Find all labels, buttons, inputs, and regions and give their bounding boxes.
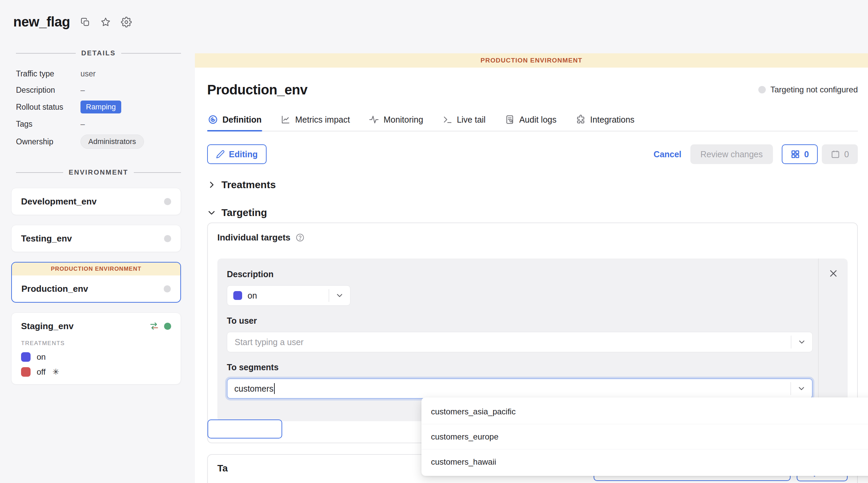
status-dot-icon (758, 86, 766, 93)
card-divider (818, 258, 819, 421)
flag-name: new_flag (13, 14, 70, 30)
changes-count: 0 (804, 149, 809, 159)
env-header: Production_env Targeting not configured (207, 83, 858, 97)
puzzle-icon (576, 114, 586, 125)
env-name: Development_env (21, 196, 164, 207)
detail-label: Description (16, 86, 80, 95)
environment-heading-label: ENVIRONMENT (69, 168, 128, 176)
add-individual-target-button[interactable] (207, 419, 282, 439)
segment-name: customers_hawaii (431, 457, 868, 467)
definition-target-icon (208, 114, 218, 125)
tab-live-tail[interactable]: Live tail (441, 114, 486, 131)
env-status-dot (164, 235, 171, 242)
env-card-development[interactable]: Development_env (11, 188, 181, 215)
chevron-down-icon (207, 208, 216, 217)
tab-bar: Definition Metrics impact Monitoring Liv… (207, 114, 858, 131)
tab-label: Metrics impact (295, 115, 350, 125)
detail-value: user (80, 69, 96, 78)
detail-value: – (80, 120, 85, 129)
status-text: Targeting not configured (770, 85, 858, 94)
chart-icon (281, 114, 291, 125)
calendar-icon (831, 149, 840, 159)
individual-targets-title: Individual targets (217, 232, 290, 243)
copy-icon[interactable] (80, 17, 90, 27)
to-segments-label: To segments (227, 362, 807, 372)
details-rows: Traffic type user Description – Rollout … (16, 68, 181, 149)
chevron-down-icon[interactable] (791, 384, 812, 393)
rollout-status-badge: Ramping (80, 101, 121, 113)
treatments-caption: TREATMENTS (21, 340, 171, 347)
details-heading-label: DETAILS (81, 49, 116, 57)
env-status-dot (164, 198, 171, 205)
production-banner: PRODUCTION ENVIRONMENT (195, 53, 868, 68)
to-user-field (227, 332, 813, 352)
schedule-count: 0 (844, 149, 849, 159)
text-caret (274, 383, 275, 394)
env-name: Staging_env (21, 321, 149, 332)
env-card-testing[interactable]: Testing_env (11, 225, 181, 252)
tab-definition[interactable]: Definition (207, 114, 262, 131)
detail-row-description: Description – (16, 84, 181, 96)
treatments-section-header[interactable]: Treatments (207, 179, 858, 191)
to-user-label: To user (227, 316, 807, 326)
help-icon[interactable] (295, 233, 305, 242)
segments-input[interactable]: customers (234, 383, 791, 394)
pencil-icon (216, 150, 225, 159)
edit-toolbar: Editing Cancel Review changes 0 0 (207, 144, 858, 164)
editing-button[interactable]: Editing (207, 144, 267, 164)
tab-integrations[interactable]: Integrations (575, 114, 635, 131)
segments-query-text: customers (234, 384, 273, 394)
tab-metrics-impact[interactable]: Metrics impact (280, 114, 350, 131)
treatment-off-swatch (21, 367, 31, 377)
detail-row-tags: Tags – (16, 118, 181, 130)
gear-icon[interactable] (121, 17, 132, 28)
targeting-section-title: Targeting (221, 207, 267, 218)
segment-option-hawaii[interactable]: customers_hawaii Standard (421, 449, 868, 474)
targeting-section-header[interactable]: Targeting (207, 207, 858, 218)
cancel-button[interactable]: Cancel (654, 149, 682, 159)
tab-label: Live tail (457, 115, 486, 125)
targeting-status: Targeting not configured (758, 85, 858, 94)
chevron-down-icon (329, 291, 350, 300)
tab-label: Definition (222, 115, 261, 125)
env-status-dot (164, 285, 171, 292)
treatment-select[interactable]: on (227, 285, 350, 306)
ownership-pill[interactable]: Administrators (80, 135, 144, 149)
detail-label: Ownership (16, 137, 80, 146)
chevron-down-icon[interactable] (791, 338, 812, 346)
treatment-on-swatch (233, 291, 242, 300)
description-label: Description (227, 269, 807, 279)
tab-label: Integrations (590, 115, 635, 125)
env-name: Testing_env (21, 233, 164, 244)
editing-label: Editing (229, 149, 258, 159)
flag-header: new_flag (0, 0, 189, 30)
treatment-on-row: on (21, 352, 171, 362)
detail-row-ownership: Ownership Administrators (16, 135, 181, 149)
detail-label: Tags (16, 120, 80, 129)
schedule-counter-button[interactable]: 0 (822, 144, 858, 164)
chevron-right-icon (207, 180, 216, 189)
details-heading: DETAILS (16, 49, 181, 57)
changes-counter-button[interactable]: 0 (782, 144, 818, 164)
close-icon[interactable] (827, 267, 839, 280)
segment-name: customers_asia_pacific (431, 407, 868, 416)
env-title: Production_env (207, 82, 758, 97)
review-changes-button[interactable]: Review changes (690, 144, 773, 164)
env-card-staging[interactable]: Staging_env TREATMENTS on off ✳ (11, 312, 181, 384)
treatments-section-title: Treatments (221, 179, 276, 191)
segment-option-europe[interactable]: customers_europe Large (421, 424, 868, 449)
detail-label: Traffic type (16, 69, 80, 78)
segment-option-asia-pacific[interactable]: customers_asia_pacific Large (421, 399, 868, 424)
grid-icon (791, 149, 800, 159)
individual-target-card: Description on To user To segments (217, 258, 848, 421)
to-segments-field[interactable]: customers (227, 378, 813, 399)
tab-audit-logs[interactable]: Audit logs (504, 114, 557, 131)
segments-autocomplete-dropdown: customers_asia_pacific Large customers_e… (421, 397, 868, 476)
user-input[interactable] (234, 337, 791, 347)
treatment-select-value: on (248, 291, 329, 301)
tab-monitoring[interactable]: Monitoring (368, 114, 424, 131)
star-icon[interactable] (101, 17, 111, 27)
env-card-production[interactable]: PRODUCTION ENVIRONMENT Production_env (11, 262, 181, 303)
treatment-on-label: on (37, 352, 46, 362)
pulse-icon (369, 114, 379, 125)
